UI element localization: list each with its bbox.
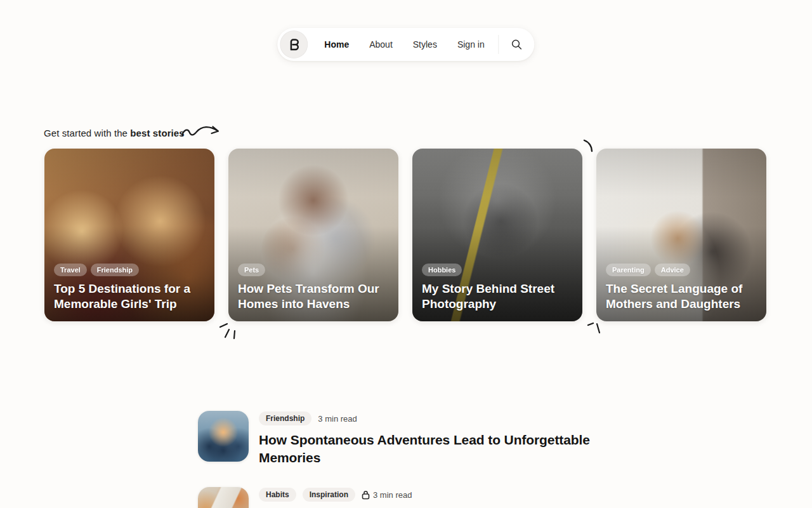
card-tags: Parenting Advice (606, 264, 757, 276)
read-time: 3 min read (362, 490, 412, 500)
nav-divider (499, 35, 499, 54)
search-button[interactable] (503, 30, 531, 58)
nav-item-signin[interactable]: Sign in (447, 34, 495, 55)
article-list: Friendship 3 min read How Spontaneous Ad… (198, 411, 611, 508)
article-meta: Friendship 3 min read (259, 411, 611, 425)
card-content: Pets How Pets Transform Our Homes into H… (228, 255, 398, 321)
card-title: Top 5 Destinations for a Memorable Girls… (54, 281, 205, 312)
doodle-strokes-icon (218, 321, 241, 342)
card-content: Travel Friendship Top 5 Destinations for… (44, 255, 214, 321)
featured-card-street-photography[interactable]: Hobbies My Story Behind Street Photograp… (412, 149, 582, 321)
lock-icon (362, 490, 370, 500)
tag-inspiration[interactable]: Inspiration (303, 488, 355, 502)
card-content: Parenting Advice The Secret Language of … (596, 255, 766, 321)
featured-card-girls-trip[interactable]: Travel Friendship Top 5 Destinations for… (44, 149, 214, 321)
article-body: Friendship 3 min read How Spontaneous Ad… (259, 411, 611, 466)
doodle-curve-icon (581, 137, 598, 155)
top-navigation: Home About Styles Sign in (277, 28, 534, 61)
article-thumbnail (198, 487, 249, 508)
tag-travel[interactable]: Travel (54, 264, 87, 276)
card-tags: Hobbies (422, 264, 573, 276)
tag-pets[interactable]: Pets (238, 264, 265, 276)
card-content: Hobbies My Story Behind Street Photograp… (412, 255, 582, 321)
doodle-strokes-icon (586, 319, 604, 336)
section-heading: Get started with the best stories (44, 128, 185, 138)
article-meta: Habits Inspiration 3 min read (259, 488, 611, 502)
nav-item-home[interactable]: Home (314, 34, 359, 55)
tag-advice[interactable]: Advice (655, 264, 690, 276)
card-title: My Story Behind Street Photography (422, 281, 573, 312)
read-time: 3 min read (318, 414, 357, 424)
featured-card-pets[interactable]: Pets How Pets Transform Our Homes into H… (228, 149, 398, 321)
featured-card-mothers-daughters[interactable]: Parenting Advice The Secret Language of … (596, 149, 766, 321)
tag-friendship[interactable]: Friendship (259, 411, 311, 425)
nav-item-styles[interactable]: Styles (403, 34, 447, 55)
tag-parenting[interactable]: Parenting (606, 264, 651, 276)
article-row-reading[interactable]: Habits Inspiration 3 min read Embracing … (198, 487, 611, 508)
article-thumbnail (198, 411, 249, 462)
read-time-text: 3 min read (373, 490, 412, 500)
card-tags: Travel Friendship (54, 264, 205, 276)
card-title: How Pets Transform Our Homes into Havens (238, 281, 389, 312)
article-title[interactable]: How Spontaneous Adventures Lead to Unfor… (259, 431, 611, 466)
card-tags: Pets (238, 264, 389, 276)
article-body: Habits Inspiration 3 min read Embracing … (259, 487, 611, 508)
search-icon (511, 38, 523, 51)
tag-hobbies[interactable]: Hobbies (422, 264, 462, 276)
brand-logo-icon (285, 36, 302, 53)
nav-links: Home About Styles Sign in (314, 34, 494, 55)
nav-item-about[interactable]: About (359, 34, 403, 55)
article-row-adventures[interactable]: Friendship 3 min read How Spontaneous Ad… (198, 411, 611, 466)
tag-friendship[interactable]: Friendship (91, 264, 139, 276)
card-title: The Secret Language of Mothers and Daugh… (606, 281, 757, 312)
brand-logo[interactable] (280, 30, 308, 58)
featured-cards-row: Travel Friendship Top 5 Destinations for… (44, 149, 766, 321)
heading-bold-text: best stories (130, 128, 184, 138)
arrow-doodle-icon (180, 123, 223, 142)
tag-habits[interactable]: Habits (259, 488, 296, 502)
heading-regular-text: Get started with the (44, 128, 130, 138)
